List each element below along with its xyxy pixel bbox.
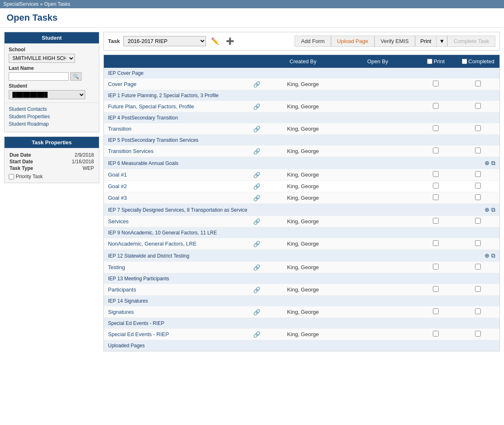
form-link[interactable]: Transition: [108, 126, 132, 132]
completed-checkbox[interactable]: [475, 331, 481, 337]
completed-checkbox[interactable]: [475, 81, 481, 86]
attachment-cell: 🔗: [249, 238, 266, 250]
completed-checkbox[interactable]: [475, 148, 481, 153]
upload-page-button[interactable]: Upload Page: [331, 36, 374, 47]
completed-checkbox[interactable]: [475, 240, 481, 246]
add-task-button[interactable]: ➕: [224, 36, 236, 46]
completed-checkbox[interactable]: [475, 103, 481, 109]
print-dropdown-button[interactable]: ▼: [436, 36, 447, 47]
sidebar-links: Student Contacts Student Properties Stud…: [5, 103, 99, 132]
section-copy-icon[interactable]: ⧉: [491, 252, 495, 259]
due-date-value: 2/9/2018: [56, 152, 94, 158]
complete-task-button[interactable]: Complete Task: [447, 36, 495, 47]
section-label: IEP 12 Statewide and District Testing: [104, 250, 457, 262]
task-type-value: WEP: [56, 165, 94, 171]
form-link[interactable]: Participants: [108, 287, 136, 293]
student-properties-link[interactable]: Student Properties: [9, 114, 95, 119]
print-checkbox[interactable]: [433, 125, 439, 131]
priority-task-checkbox[interactable]: [9, 174, 14, 179]
section-add-icon[interactable]: ⊕: [485, 160, 490, 166]
student-label: Student: [9, 83, 95, 89]
print-checkbox[interactable]: [433, 148, 439, 153]
form-link[interactable]: Goal #3: [108, 195, 127, 201]
completed-checkbox[interactable]: [475, 286, 481, 292]
table-row: Services🔗King, George: [104, 216, 500, 227]
attachment-icon: 🔗: [253, 103, 260, 110]
created-by-cell: King, George: [266, 79, 341, 90]
due-date-label: Due Date: [10, 152, 55, 158]
created-by-cell: King, George: [266, 181, 341, 192]
print-checkbox[interactable]: [433, 264, 439, 270]
section-row: IEP 5 PostSecondary Transition Services: [104, 135, 500, 146]
form-link[interactable]: Special Ed Events - RIEP: [108, 331, 169, 337]
sidebar: Student School SMITHVILLE HIGH SCHO Last…: [4, 32, 99, 351]
add-form-button[interactable]: Add Form: [295, 36, 331, 47]
form-link[interactable]: Future Plan, Special Factors, Profile: [108, 103, 194, 110]
student-roadmap-link[interactable]: Student Roadmap: [9, 121, 95, 127]
print-checkbox[interactable]: [433, 183, 439, 189]
completed-checkbox[interactable]: [475, 264, 481, 270]
form-name-cell: Participants: [104, 284, 249, 296]
student-select[interactable]: ██████████: [9, 90, 85, 99]
search-button[interactable]: 🔍: [70, 72, 82, 81]
section-actions: ⊕⧉: [456, 250, 499, 262]
form-name-cell: Transition Services: [104, 146, 249, 157]
section-row: IEP 14 Signatures: [104, 296, 500, 307]
print-checkbox[interactable]: [433, 81, 439, 86]
form-link[interactable]: NonAcademic, General Factors, LRE: [108, 241, 197, 247]
section-label: IEP 6 Measurable Annual Goals: [104, 157, 457, 170]
school-select[interactable]: SMITHVILLE HIGH SCHO: [9, 54, 75, 63]
completed-checkbox[interactable]: [475, 171, 481, 177]
print-checkbox[interactable]: [433, 218, 439, 224]
completed-checkbox[interactable]: [475, 218, 481, 224]
section-copy-icon[interactable]: ⧉: [491, 160, 495, 166]
print-checkbox[interactable]: [433, 331, 439, 337]
print-btn-wrap: Print ▼: [415, 36, 448, 47]
created-by-cell: King, George: [266, 306, 341, 318]
completed-all-checkbox[interactable]: [462, 59, 467, 64]
print-checkbox[interactable]: [433, 240, 439, 246]
forms-table: Created By Open By Print: [103, 55, 500, 351]
form-link[interactable]: Signatures: [108, 309, 134, 315]
form-link[interactable]: Cover Page: [108, 81, 137, 87]
form-name-cell: Goal #2: [104, 181, 249, 192]
completed-checkbox[interactable]: [475, 125, 481, 131]
section-add-icon[interactable]: ⊕: [485, 206, 490, 213]
print-checkbox[interactable]: [433, 194, 439, 200]
form-link[interactable]: Goal #2: [108, 183, 127, 189]
task-select[interactable]: 2016-2017 RIEP: [123, 36, 206, 46]
section-row: IEP 13 Meeting Participants: [104, 273, 500, 284]
form-link[interactable]: Testing: [108, 264, 125, 270]
print-checkbox[interactable]: [433, 103, 439, 109]
completed-checkbox[interactable]: [475, 194, 481, 200]
print-all-checkbox[interactable]: [427, 59, 432, 64]
task-properties-section: Task Properties Due Date 2/9/2018 Start …: [4, 136, 99, 183]
last-name-input[interactable]: [9, 72, 69, 81]
student-section-header: Student: [5, 32, 99, 43]
form-name-cell: NonAcademic, General Factors, LRE: [104, 238, 249, 250]
print-button[interactable]: Print: [415, 36, 437, 47]
section-row: Uploaded Pages: [104, 340, 500, 351]
created-by-cell: King, George: [266, 329, 341, 340]
section-label: IEP 13 Meeting Participants: [104, 273, 500, 284]
print-checkbox[interactable]: [433, 286, 439, 292]
attachment-cell: 🔗: [249, 284, 266, 296]
section-copy-icon[interactable]: ⧉: [491, 206, 495, 213]
student-contacts-link[interactable]: Student Contacts: [9, 106, 95, 112]
verify-emis-button[interactable]: Verify EMIS: [374, 36, 415, 47]
section-add-icon[interactable]: ⊕: [485, 252, 490, 259]
print-checkbox[interactable]: [433, 308, 439, 314]
completed-cell: [456, 238, 499, 250]
section-row: IEP 4 PostSecondary Transition: [104, 112, 500, 124]
completed-checkbox[interactable]: [475, 308, 481, 314]
completed-checkbox[interactable]: [475, 183, 481, 189]
form-link[interactable]: Transition Services: [108, 148, 154, 154]
form-name-cell: Transition: [104, 123, 249, 135]
form-link[interactable]: Goal #1: [108, 172, 127, 178]
form-link[interactable]: Services: [108, 218, 129, 224]
section-row: IEP 1 Future Planning, 2 Special Factors…: [104, 90, 500, 101]
print-checkbox[interactable]: [433, 171, 439, 177]
attachment-icon: 🔗: [253, 81, 260, 88]
table-row: Testing🔗King, George: [104, 262, 500, 273]
edit-task-button[interactable]: ✏️: [209, 36, 221, 46]
